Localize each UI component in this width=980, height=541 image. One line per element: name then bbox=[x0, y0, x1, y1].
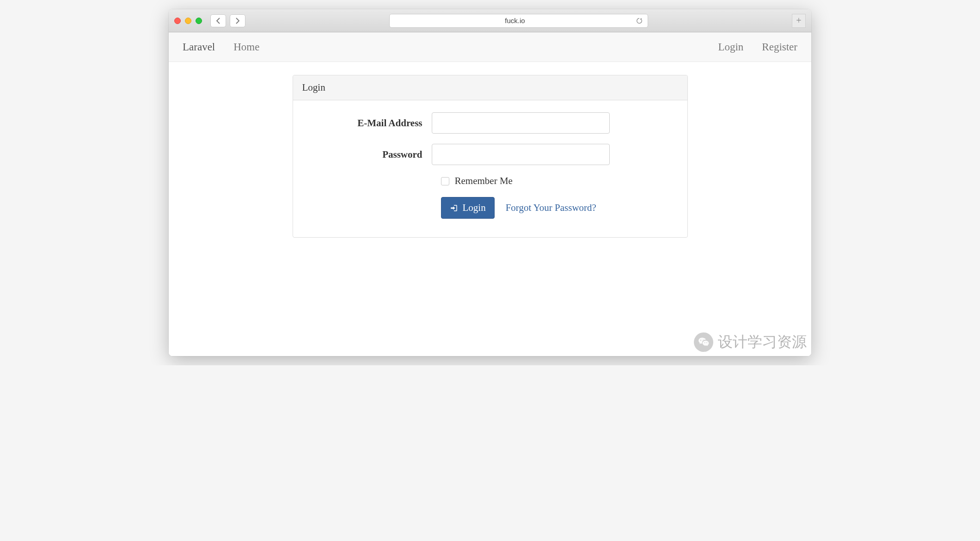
plus-icon: + bbox=[796, 15, 801, 26]
maximize-window-icon[interactable] bbox=[196, 18, 202, 24]
browser-toolbar: fuck.io + bbox=[169, 9, 811, 32]
chevron-right-icon bbox=[235, 18, 240, 24]
remember-label: Remember Me bbox=[455, 175, 513, 187]
password-label: Password bbox=[302, 149, 432, 160]
panel-title: Login bbox=[293, 75, 687, 100]
nav-link-home[interactable]: Home bbox=[233, 41, 259, 53]
reload-icon[interactable] bbox=[636, 17, 643, 25]
close-window-icon[interactable] bbox=[174, 18, 181, 24]
watermark-text: 设计学习资源 bbox=[718, 332, 807, 352]
forgot-password-link[interactable]: Forgot Your Password? bbox=[506, 202, 596, 214]
password-input[interactable] bbox=[432, 144, 610, 165]
address-bar[interactable]: fuck.io bbox=[389, 14, 648, 28]
chevron-left-icon bbox=[216, 18, 220, 24]
app-navbar: Laravel Home Login Register bbox=[169, 32, 811, 62]
login-button-label: Login bbox=[463, 202, 486, 214]
back-button[interactable] bbox=[210, 14, 226, 27]
nav-link-login[interactable]: Login bbox=[718, 41, 743, 53]
minimize-window-icon[interactable] bbox=[185, 18, 191, 24]
login-button[interactable]: Login bbox=[441, 197, 495, 219]
page-content: Laravel Home Login Register Login E-Mail… bbox=[169, 32, 811, 356]
browser-window: fuck.io + Laravel Home Login Register Lo bbox=[169, 9, 811, 356]
watermark: 设计学习资源 bbox=[694, 332, 807, 352]
window-controls bbox=[174, 18, 202, 24]
brand-link[interactable]: Laravel bbox=[183, 41, 215, 53]
email-input[interactable] bbox=[432, 112, 610, 134]
nav-link-register[interactable]: Register bbox=[762, 41, 797, 53]
email-label: E-Mail Address bbox=[302, 117, 432, 129]
remember-checkbox[interactable] bbox=[441, 177, 449, 185]
forward-button[interactable] bbox=[230, 14, 245, 27]
login-panel: Login E-Mail Address Password Remember M… bbox=[293, 75, 688, 238]
wechat-icon bbox=[694, 332, 713, 352]
sign-in-icon bbox=[450, 204, 458, 212]
new-tab-button[interactable]: + bbox=[792, 14, 806, 28]
address-bar-text: fuck.io bbox=[394, 17, 636, 25]
